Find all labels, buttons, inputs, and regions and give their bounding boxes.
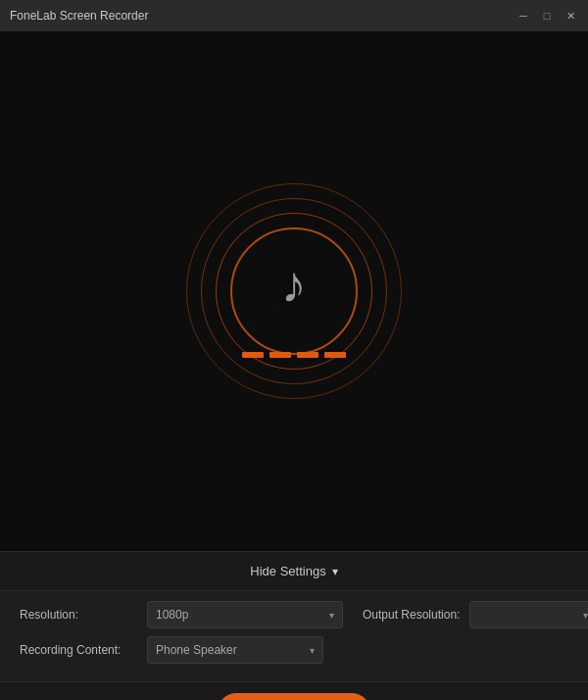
eq-bar-2 xyxy=(270,352,291,358)
title-bar: FoneLab Screen Recorder ─ □ ✕ xyxy=(0,0,588,31)
eq-bar-4 xyxy=(324,352,346,358)
eq-bar-3 xyxy=(297,352,318,358)
main-area: ♪ xyxy=(0,31,588,551)
window-controls: ─ □ ✕ xyxy=(515,8,578,24)
app-title: FoneLab Screen Recorder xyxy=(10,9,515,23)
eq-bar-1 xyxy=(242,352,264,358)
resolution-label: Resolution: xyxy=(20,608,137,622)
minimize-button[interactable]: ─ xyxy=(515,8,531,24)
bottom-bar: Record ≡ Recording history xyxy=(0,681,588,700)
recording-content-row: Recording Content: Phone Speaker ▾ xyxy=(20,636,568,664)
music-note-icon: ♪ xyxy=(281,255,307,314)
output-resolution-select[interactable]: ▾ xyxy=(469,601,588,628)
maximize-button[interactable]: □ xyxy=(539,8,555,24)
record-button[interactable]: Record xyxy=(218,693,370,701)
recording-content-label: Recording Content: xyxy=(20,643,137,657)
recording-content-value: Phone Speaker xyxy=(156,643,237,657)
resolution-row: Resolution: 1080p ▾ Output Resolution: ▾ xyxy=(20,601,568,628)
close-button[interactable]: ✕ xyxy=(563,8,578,24)
resolution-select[interactable]: 1080p ▾ xyxy=(147,601,343,628)
resolution-dropdown-icon: ▾ xyxy=(329,610,334,621)
recording-content-select[interactable]: Phone Speaker ▾ xyxy=(147,636,323,664)
output-resolution-dropdown-icon: ▾ xyxy=(583,610,588,621)
chevron-down-icon: ▾ xyxy=(332,565,338,578)
resolution-value: 1080p xyxy=(156,608,188,622)
equalizer-bars xyxy=(242,352,346,358)
recording-content-dropdown-icon: ▾ xyxy=(310,645,315,656)
settings-panel: Resolution: 1080p ▾ Output Resolution: ▾… xyxy=(0,590,588,681)
settings-toggle-label: Hide Settings xyxy=(250,564,325,578)
audio-visualization: ♪ xyxy=(186,183,402,399)
output-resolution-label: Output Resolution: xyxy=(363,608,460,622)
settings-toggle-bar[interactable]: Hide Settings ▾ xyxy=(0,551,588,590)
